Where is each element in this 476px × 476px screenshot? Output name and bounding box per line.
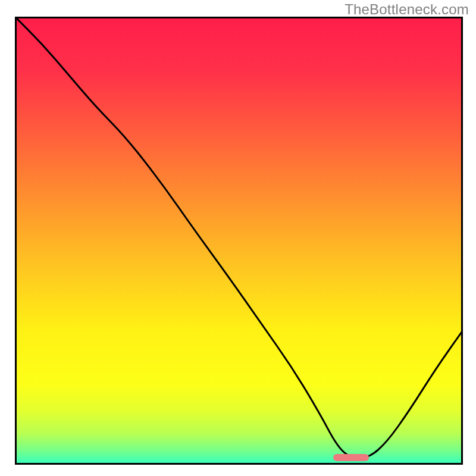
watermark-text: TheBottleneck.com — [345, 1, 469, 18]
optimal-marker — [333, 454, 369, 461]
chart-stage: TheBottleneck.com — [0, 0, 476, 476]
bottleneck-curve — [15, 17, 463, 465]
